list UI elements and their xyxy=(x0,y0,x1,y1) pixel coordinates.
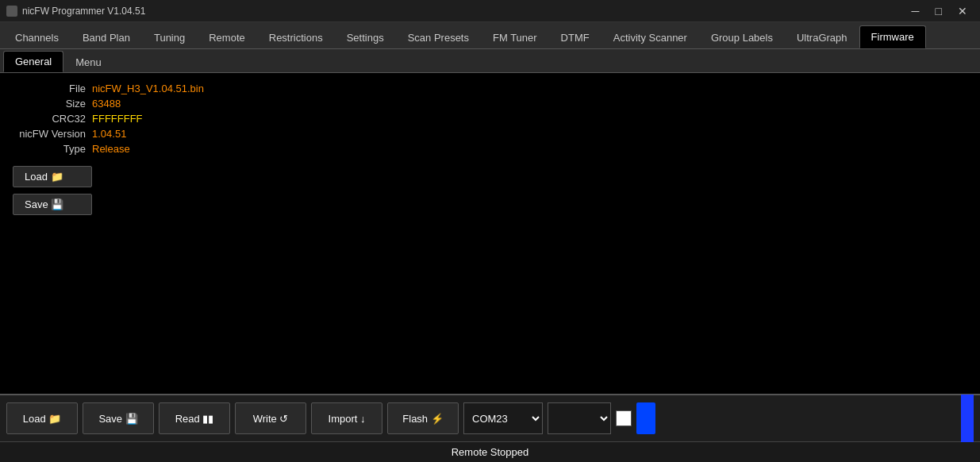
bottom-toolbar: Load 📁 Save 💾 Read ▮▮ Write ↺ Import ↓ F… xyxy=(0,394,980,441)
status-bar: Remote Stopped xyxy=(0,441,980,462)
titlebar-title: nicFW Programmer V1.04.51 xyxy=(6,6,145,17)
titlebar-controls: ─ □ ✕ xyxy=(905,4,974,18)
blue-status-indicator xyxy=(636,402,655,434)
type-label: Type xyxy=(13,143,92,155)
file-label: File xyxy=(13,83,92,94)
tab-group-labels[interactable]: Group Labels xyxy=(699,26,785,48)
tab-ultragraph[interactable]: UltraGraph xyxy=(785,26,859,48)
sub-tab-general[interactable]: General xyxy=(3,51,63,72)
tab-channels[interactable]: Channels xyxy=(3,26,71,48)
save-firmware-button[interactable]: Save 💾 xyxy=(13,194,92,215)
status-text: Remote Stopped xyxy=(452,446,529,458)
tab-dtmf[interactable]: DTMF xyxy=(549,26,601,48)
file-value: nicFW_H3_V1.04.51.bin xyxy=(92,83,251,94)
tab-scan-presets[interactable]: Scan Presets xyxy=(396,26,481,48)
toolbar-load-button[interactable]: Load 📁 xyxy=(6,402,78,434)
tab-fm-tuner[interactable]: FM Tuner xyxy=(481,26,549,48)
toolbar-flash-button[interactable]: Flash ⚡ xyxy=(387,402,459,434)
title-text: nicFW Programmer V1.04.51 xyxy=(22,6,145,17)
type-value: Release xyxy=(92,143,251,155)
nicfw-version-value: 1.04.51 xyxy=(92,128,251,140)
size-label: Size xyxy=(13,98,92,110)
baud-rate-select[interactable] xyxy=(548,402,611,434)
right-panel-indicator xyxy=(961,395,974,442)
firmware-info-grid: File nicFW_H3_V1.04.51.bin Size 63488 CR… xyxy=(13,83,251,155)
minimize-button[interactable]: ─ xyxy=(905,4,926,18)
app-icon xyxy=(6,6,17,17)
firmware-buttons: Load 📁 Save 💾 xyxy=(13,166,967,215)
load-firmware-button[interactable]: Load 📁 xyxy=(13,166,92,187)
com-port-select[interactable]: COM23 xyxy=(463,402,543,434)
toolbar-read-button[interactable]: Read ▮▮ xyxy=(159,402,230,434)
titlebar: nicFW Programmer V1.04.51 ─ □ ✕ xyxy=(0,0,980,22)
tab-band-plan[interactable]: Band Plan xyxy=(71,26,142,48)
main-tab-bar: Channels Band Plan Tuning Remote Restric… xyxy=(0,22,980,49)
toolbar-write-button[interactable]: Write ↺ xyxy=(235,402,306,434)
tab-tuning[interactable]: Tuning xyxy=(142,26,197,48)
sub-tab-menu[interactable]: Menu xyxy=(63,52,113,72)
tab-activity-scanner[interactable]: Activity Scanner xyxy=(601,26,699,48)
content-area: File nicFW_H3_V1.04.51.bin Size 63488 CR… xyxy=(0,73,980,394)
color-indicator xyxy=(616,410,632,426)
tab-settings[interactable]: Settings xyxy=(335,26,396,48)
crc32-value: FFFFFFFF xyxy=(92,113,251,125)
maximize-button[interactable]: □ xyxy=(929,4,948,18)
tab-firmware[interactable]: Firmware xyxy=(859,25,926,48)
sub-tab-bar: General Menu xyxy=(0,49,980,73)
toolbar-import-button[interactable]: Import ↓ xyxy=(311,402,382,434)
tab-remote[interactable]: Remote xyxy=(197,26,257,48)
crc32-label: CRC32 xyxy=(13,113,92,125)
tab-restrictions[interactable]: Restrictions xyxy=(257,26,335,48)
close-button[interactable]: ✕ xyxy=(951,4,974,18)
size-value: 63488 xyxy=(92,98,251,110)
toolbar-save-button[interactable]: Save 💾 xyxy=(83,402,154,434)
nicfw-version-label: nicFW Version xyxy=(13,128,92,140)
